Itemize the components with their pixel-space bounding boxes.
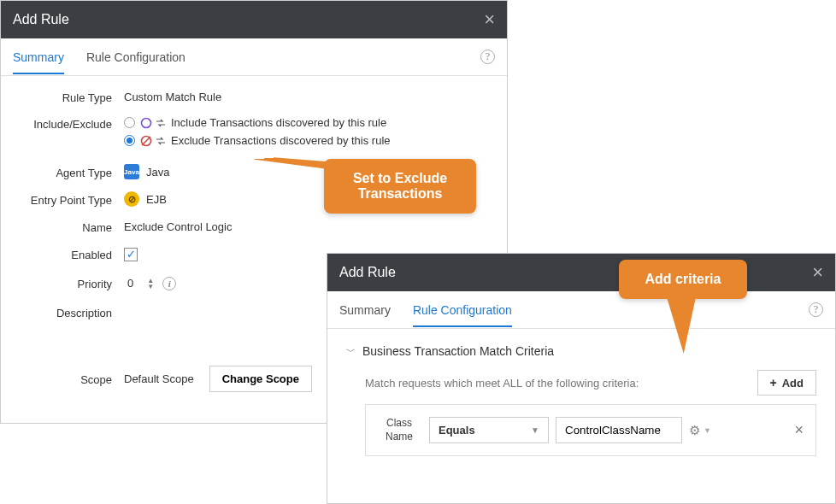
- gear-caret-icon[interactable]: ▼: [704, 426, 711, 435]
- ejb-icon: ⊘: [124, 191, 139, 207]
- config-body: ﹀ Business Transaction Match Criteria Ma…: [327, 329, 835, 472]
- info-icon[interactable]: i: [162, 277, 176, 290]
- plus-icon: +: [770, 376, 777, 390]
- label-rule-type: Rule Type: [16, 90, 124, 104]
- dialog-title: Add Rule: [13, 12, 69, 27]
- operator-value: Equals: [439, 424, 475, 437]
- label-scope: Scope: [16, 372, 124, 386]
- close-icon[interactable]: ×: [812, 261, 823, 284]
- tab-summary[interactable]: Summary: [339, 293, 391, 327]
- remove-criteria-icon[interactable]: ×: [794, 421, 804, 439]
- tab-summary[interactable]: Summary: [13, 40, 64, 74]
- label-include-exclude: Include/Exclude: [16, 116, 124, 131]
- callout-add-criteria: Add criteria: [619, 260, 747, 299]
- close-icon[interactable]: ×: [484, 9, 495, 31]
- java-icon: Java: [124, 164, 139, 179]
- value-agent-type: Java: [146, 166, 169, 179]
- enabled-checkbox[interactable]: [124, 248, 138, 261]
- tabs-bar: Summary Rule Configuration: [327, 291, 835, 329]
- add-button-label: Add: [782, 377, 804, 390]
- criteria-label: Class Name: [378, 417, 421, 443]
- swap-icon: [156, 118, 166, 128]
- callout-exclude: Set to Exclude Transactions: [324, 159, 476, 214]
- gear-icon[interactable]: ⚙: [689, 423, 700, 438]
- operator-select[interactable]: Equals ▼: [429, 417, 549, 443]
- tabs-bar: Summary Rule Configuration: [1, 38, 507, 76]
- priority-input[interactable]: 0: [124, 273, 147, 293]
- add-criteria-button[interactable]: + Add: [757, 370, 816, 396]
- help-icon[interactable]: [480, 50, 495, 64]
- label-agent-type: Agent Type: [16, 165, 124, 179]
- include-circle-icon: [140, 117, 152, 129]
- change-scope-button[interactable]: Change Scope: [209, 366, 312, 392]
- section-header[interactable]: ﹀ Business Transaction Match Criteria: [346, 344, 816, 358]
- value-rule-type: Custom Match Rule: [124, 91, 492, 103]
- criteria-value-input[interactable]: [556, 417, 682, 443]
- radio-include-label: Include Transactions discovered by this …: [171, 116, 386, 129]
- swap-icon: [156, 136, 166, 146]
- label-priority: Priority: [16, 276, 124, 290]
- label-enabled: Enabled: [16, 247, 124, 261]
- radio-include[interactable]: Include Transactions discovered by this …: [124, 116, 492, 129]
- chevron-down-icon: ﹀: [346, 345, 356, 358]
- exclude-circle-icon: [140, 135, 152, 147]
- radio-icon: [124, 117, 135, 128]
- dialog-title: Add Rule: [339, 265, 396, 280]
- criteria-row: Class Name Equals ▼ ⚙ ▼ ×: [365, 404, 816, 456]
- tab-rule-configuration[interactable]: Rule Configuration: [413, 293, 512, 327]
- radio-exclude-label: Exclude Transactions discovered by this …: [171, 134, 391, 147]
- caret-down-icon: ▼: [531, 425, 539, 435]
- add-rule-dialog-config: Add Rule × Summary Rule Configuration ﹀ …: [327, 253, 836, 504]
- match-description: Match requests which meet ALL of the fol…: [365, 377, 757, 390]
- tab-rule-configuration[interactable]: Rule Configuration: [86, 40, 185, 74]
- help-icon[interactable]: [809, 302, 823, 317]
- priority-stepper[interactable]: ▲▼: [147, 278, 154, 290]
- radio-icon: [124, 135, 135, 146]
- dialog-header: Add Rule ×: [1, 1, 507, 38]
- radio-exclude[interactable]: Exclude Transactions discovered by this …: [124, 134, 492, 147]
- label-description: Description: [16, 305, 124, 319]
- label-name: Name: [16, 220, 124, 234]
- svg-point-0: [142, 118, 151, 127]
- value-entry-point-type: EJB: [146, 193, 167, 206]
- value-scope: Default Scope: [124, 372, 194, 385]
- label-entry-point-type: Entry Point Type: [16, 192, 124, 207]
- dialog-header: Add Rule ×: [327, 254, 835, 291]
- section-title: Business Transaction Match Criteria: [362, 344, 554, 358]
- name-input[interactable]: Exclude Control Logic: [124, 219, 232, 235]
